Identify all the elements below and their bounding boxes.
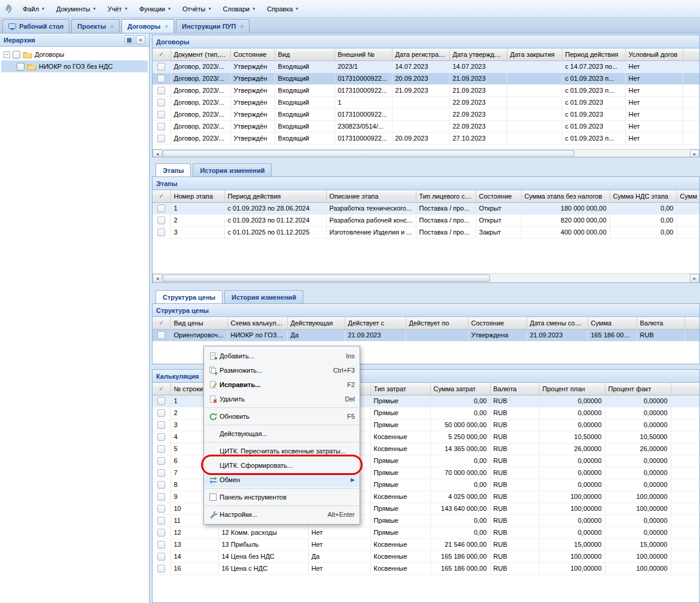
menu-reports[interactable]: Отчёты▾: [177, 3, 216, 15]
row-checkbox[interactable]: [157, 541, 165, 549]
column-header[interactable]: Валюта: [490, 383, 539, 395]
context-menu-item[interactable]: ОбновитьF5: [204, 409, 360, 424]
row-checkbox[interactable]: [157, 63, 165, 71]
row-checkbox[interactable]: [157, 565, 165, 572]
menu-file[interactable]: Файл▾: [17, 3, 50, 15]
row-checkbox[interactable]: [157, 445, 165, 453]
menu-functions[interactable]: Функции▾: [134, 3, 176, 15]
row-checkbox[interactable]: [157, 433, 165, 441]
row-checkbox[interactable]: [157, 123, 165, 130]
column-header[interactable]: Сумм: [677, 190, 699, 202]
column-header[interactable]: Состояние: [476, 190, 521, 202]
context-menu-item[interactable]: ЦИТК. Пересчитать косвенные затраты...: [204, 444, 360, 458]
tree-node-root[interactable]: − Договоры: [1, 48, 148, 60]
column-header[interactable]: Сумма этапа без налогов: [521, 190, 610, 202]
collapse-panel-icon[interactable]: «: [136, 35, 145, 44]
scroll-track[interactable]: [162, 274, 690, 283]
column-header[interactable]: Процент факт: [605, 383, 671, 395]
column-header[interactable]: Сумма НДС этапа: [610, 190, 677, 202]
column-header[interactable]: Дата утверждения: [449, 48, 507, 60]
context-menu-item[interactable]: ЦИТК. Сформировать...: [204, 458, 360, 473]
table-row[interactable]: Договор, 2023/...УтверждёнВходящий017310…: [153, 132, 699, 144]
row-checkbox[interactable]: [157, 517, 165, 525]
context-menu-item[interactable]: Обмен▶: [204, 473, 360, 487]
menu-help[interactable]: Справка▾: [261, 3, 303, 15]
column-header[interactable]: Условный догов: [625, 48, 683, 60]
row-checkbox[interactable]: [157, 135, 165, 142]
table-row[interactable]: Договор, 2023/...УтверждёнВходящий017310…: [153, 84, 699, 96]
close-tab-icon[interactable]: ×: [110, 23, 114, 30]
row-checkbox[interactable]: [157, 99, 165, 106]
hierarchy-settings-icon[interactable]: ▦: [124, 35, 134, 44]
table-row[interactable]: 3с 01.01.2025 по 01.12.2025Изготовление …: [153, 226, 699, 238]
context-menu-item[interactable]: УдалитьDel: [204, 392, 360, 406]
row-checkbox[interactable]: [157, 87, 165, 95]
row-checkbox[interactable]: [157, 111, 165, 118]
column-header[interactable]: Описание этапа: [326, 190, 416, 202]
column-header[interactable]: Действующая: [287, 317, 345, 329]
row-checkbox[interactable]: [157, 457, 165, 465]
node-checkbox[interactable]: [17, 63, 25, 71]
context-menu-item[interactable]: Исправить...F2: [204, 377, 360, 392]
menu-accounting[interactable]: Учёт▾: [102, 3, 133, 15]
column-header[interactable]: Дата закрытия: [507, 48, 562, 60]
row-checkbox[interactable]: [157, 205, 165, 212]
table-row[interactable]: Договор, 2023/...УтверждёнВходящий122.09…: [153, 96, 699, 108]
horizontal-scrollbar[interactable]: ◂ ▸: [153, 273, 699, 282]
column-header[interactable]: Вид: [275, 48, 334, 60]
table-row[interactable]: Договор, 2023/...УтверждёнВходящий230823…: [153, 120, 699, 132]
column-header[interactable]: Период действия: [224, 190, 326, 202]
column-header[interactable]: Тип лицевого счёт: [416, 190, 476, 202]
collapse-node-icon[interactable]: −: [4, 51, 10, 58]
row-checkbox[interactable]: [157, 529, 165, 537]
context-menu-item[interactable]: Настройки...Alt+Enter: [204, 507, 360, 522]
table-row[interactable]: Договор, 2023/...УтверждёнВходящий017310…: [153, 72, 699, 84]
row-checkbox[interactable]: [157, 505, 165, 513]
column-header[interactable]: Состояние: [230, 48, 275, 60]
table-row[interactable]: 1с 01.09.2023 по 28.06.2024Разработка те…: [153, 202, 699, 214]
tab-price-history[interactable]: История изменений: [224, 290, 303, 303]
select-all-header[interactable]: ✓: [153, 317, 171, 329]
column-header[interactable]: [683, 48, 699, 60]
row-checkbox[interactable]: [157, 75, 165, 83]
scroll-left-icon[interactable]: ◂: [153, 274, 162, 283]
tab-stages[interactable]: Этапы: [156, 163, 191, 176]
context-menu-item[interactable]: Панель инструментов: [204, 490, 360, 504]
column-header[interactable]: [684, 317, 699, 329]
table-row[interactable]: 2с 01.09.2023 по 01.12.2024Разработка ра…: [153, 214, 699, 226]
column-header[interactable]: Дата регистрации: [392, 48, 449, 60]
table-row[interactable]: Договор, 2023/...УтверждёнВходящий2023/1…: [153, 60, 699, 72]
table-row[interactable]: 1616 Цена с НДСНетКосвенные165 186 000,0…: [153, 562, 699, 574]
row-checkbox[interactable]: [157, 397, 165, 405]
column-header[interactable]: Действует по: [406, 317, 468, 329]
column-header[interactable]: Процент план: [539, 383, 605, 395]
tree-node-child[interactable]: НИОКР по ГОЗ без НДС: [1, 60, 148, 72]
column-header[interactable]: [671, 383, 699, 395]
column-header[interactable]: Дата смены состо: [526, 317, 588, 329]
scroll-left-icon[interactable]: ◂: [153, 150, 162, 158]
row-checkbox[interactable]: [157, 421, 165, 429]
row-checkbox[interactable]: [157, 331, 165, 339]
row-checkbox[interactable]: [157, 469, 165, 477]
select-all-header[interactable]: ✓: [153, 383, 171, 395]
menu-documents[interactable]: Документы▾: [51, 3, 101, 15]
context-menu-item[interactable]: Действующая...: [204, 427, 360, 441]
scroll-right-icon[interactable]: ▸: [690, 274, 699, 283]
tab-price-structure[interactable]: Структура цены: [156, 290, 223, 303]
scroll-right-icon[interactable]: ▸: [690, 150, 699, 158]
column-header[interactable]: Документ (тип, №: [171, 48, 230, 60]
node-checkbox[interactable]: [13, 51, 20, 59]
close-tab-icon[interactable]: ×: [165, 23, 168, 30]
table-row[interactable]: 1313 ПрибыльНетКосвенные21 546 000,00RUB…: [153, 538, 699, 550]
table-row[interactable]: 1212 Комм. расходыНетПрямые0,00RUB0,0000…: [153, 526, 699, 538]
column-header[interactable]: Период действия: [562, 48, 625, 60]
tab-stages-history[interactable]: История изменений: [193, 163, 272, 176]
row-checkbox[interactable]: [157, 553, 165, 561]
select-all-header[interactable]: ✓: [153, 190, 171, 202]
row-checkbox[interactable]: [157, 229, 165, 236]
context-menu-item[interactable]: Размножить...Ctrl+F3: [204, 363, 360, 377]
column-header[interactable]: Сумма: [588, 317, 637, 329]
column-header[interactable]: Тип затрат: [370, 383, 430, 395]
scroll-track[interactable]: [162, 150, 690, 158]
column-header[interactable]: Сумма затрат: [430, 383, 490, 395]
